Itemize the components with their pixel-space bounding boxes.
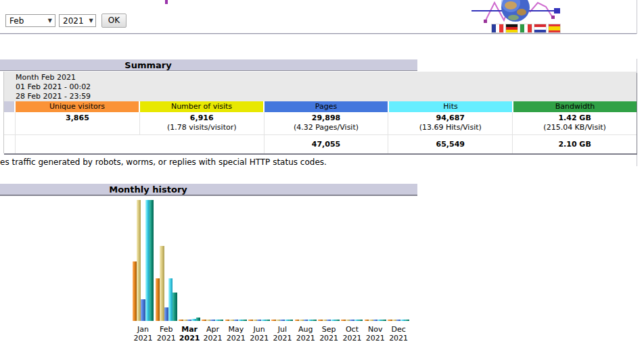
month-label: Oct2021 — [340, 325, 363, 343]
not-viewed-traffic-row: 47,055 65,549 2.10 GB — [4, 135, 637, 153]
summary-title: Summary — [0, 60, 296, 70]
bandwidth-value: 1.42 GB — [513, 114, 637, 123]
bar-bandwidth — [266, 320, 270, 321]
spanish-flag[interactable] — [549, 24, 560, 32]
flag-stripe — [528, 24, 532, 32]
dutch-flag[interactable] — [534, 24, 546, 32]
row-label-stub — [4, 135, 15, 153]
month-label: May2021 — [225, 325, 248, 343]
hits-cell: 94,687 (13.69 Hits/Visit) — [388, 112, 512, 134]
month-label: Aug2021 — [294, 325, 317, 343]
month-label: Jul2021 — [271, 325, 294, 343]
bandwidth-cell: 1.42 GB (215.04 KB/Visit) — [512, 112, 637, 134]
summary-section-header: Summary — [0, 59, 417, 71]
bar-bandwidth — [382, 320, 386, 321]
bar-bandwidth — [289, 320, 293, 321]
year-select[interactable]: 2021 ▼ — [59, 14, 96, 27]
not-viewed-traffic-footnote: es traffic generated by robots, worms, o… — [0, 157, 327, 167]
month-label: Dec2021 — [387, 325, 410, 343]
french-flag[interactable] — [492, 24, 503, 32]
visits-per-visitor: (1.78 visits/visitor) — [140, 123, 264, 132]
month-label: Mar2021 — [178, 325, 201, 343]
not-viewed-merged-cell — [15, 135, 264, 153]
cut-off-graphic-fragment — [165, 0, 168, 4]
not-viewed-pages-cell: 47,055 — [264, 135, 388, 153]
pages-per-visit: (4.32 Pages/Visit) — [264, 123, 388, 132]
monthly-history-title: Monthly history — [0, 184, 296, 195]
unique-visitors-value: 3,865 — [16, 114, 139, 123]
chart-month-labels: Jan2021Feb2021Mar2021Apr2021May2021Jun20… — [120, 325, 421, 344]
visits-cell: 6,916 (1.78 visits/visitor) — [139, 112, 264, 134]
unique-visitors-cell: 3,865 — [15, 112, 139, 134]
hits-header: Hits — [389, 101, 512, 112]
bar-bandwidth — [196, 318, 200, 321]
year-select-value: 2021 — [63, 16, 84, 26]
not-viewed-bandwidth-value: 2.10 GB — [558, 140, 591, 149]
bar-bandwidth — [172, 293, 177, 321]
bar-bandwidth — [359, 320, 363, 321]
hits-value: 94,687 — [388, 114, 512, 123]
month-select[interactable]: Feb ▼ — [5, 14, 55, 27]
report-period-info: Month Feb 2021 01 Feb 2021 - 00:02 28 Fe… — [4, 72, 637, 101]
bar-bandwidth — [219, 320, 223, 321]
monthly-history-section-header: Monthly history — [0, 183, 417, 196]
number-of-visits-header: Number of visits — [140, 101, 263, 112]
not-viewed-hits-cell: 65,549 — [388, 135, 512, 153]
chevron-down-icon: ▼ — [43, 18, 52, 24]
row-label-header-cell — [4, 101, 14, 112]
not-viewed-hits-value: 65,549 — [436, 140, 465, 149]
first-visit-value: 01 Feb 2021 - 00:02 — [16, 82, 637, 92]
bar-bandwidth — [242, 320, 246, 321]
chevron-down-icon: ▼ — [84, 18, 93, 24]
month-label: Feb2021 — [155, 325, 178, 343]
language-flags — [492, 24, 560, 32]
month-label: Jan2021 — [132, 325, 155, 343]
bandwidth-header: Bandwidth — [513, 101, 637, 112]
month-select-value: Feb — [9, 16, 24, 26]
flag-stripe — [534, 30, 546, 32]
not-viewed-bandwidth-cell: 2.10 GB — [512, 135, 637, 153]
flag-stripe — [549, 30, 560, 32]
pages-value: 29,898 — [264, 114, 388, 123]
hits-per-visit: (13.69 Hits/Visit) — [388, 123, 512, 132]
summary-table: Month Feb 2021 01 Feb 2021 - 00:02 28 Fe… — [3, 72, 637, 153]
not-viewed-pages-value: 47,055 — [312, 140, 340, 149]
row-label-stub — [4, 112, 15, 134]
awstats-page: Feb ▼ 2021 ▼ OK Summary Month Feb 2021 0… — [0, 0, 644, 352]
bar-bandwidth — [150, 200, 154, 321]
visits-value: 6,916 — [140, 114, 264, 123]
header-bottom-border-light — [0, 34, 637, 34]
last-visit-value: 28 Feb 2021 - 23:59 — [16, 92, 637, 101]
bar-bandwidth — [405, 320, 409, 321]
reported-period-value: Month Feb 2021 — [16, 73, 637, 82]
flag-stripe — [506, 30, 518, 32]
german-flag[interactable] — [506, 24, 518, 32]
pages-header: Pages — [264, 101, 388, 112]
pages-cell: 29,898 (4.32 Pages/Visit) — [264, 112, 388, 134]
bar-bandwidth — [312, 320, 316, 321]
month-label: Nov2021 — [364, 325, 387, 343]
bandwidth-per-visit: (215.04 KB/Visit) — [513, 123, 637, 132]
month-label: Apr2021 — [201, 325, 224, 343]
month-label: Sep2021 — [317, 325, 340, 343]
awstats-logo-icon — [470, 0, 565, 23]
monthly-history-chart — [120, 197, 421, 321]
viewed-traffic-row: 3,865 6,916 (1.78 visits/visitor) 29,898… — [4, 112, 637, 135]
summary-table-header-row: Unique visitors Number of visits Pages H… — [4, 101, 637, 112]
frame-right-border-top — [637, 0, 637, 34]
frame-right-border — [637, 59, 637, 166]
flag-stripe — [499, 24, 503, 32]
ok-button[interactable]: OK — [101, 14, 127, 28]
month-label: Jun2021 — [248, 325, 271, 343]
bar-bandwidth — [336, 320, 340, 321]
italian-flag[interactable] — [520, 24, 532, 32]
unique-visitors-header: Unique visitors — [16, 101, 139, 112]
